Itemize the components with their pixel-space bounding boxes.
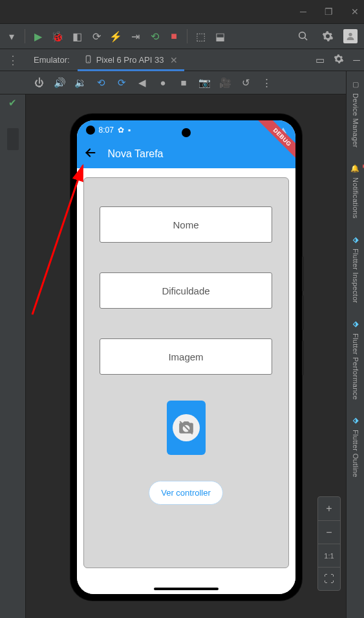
coverage-icon[interactable]: ◧ xyxy=(68,27,86,45)
front-camera xyxy=(182,128,191,137)
difficulty-hint: Dificuldade xyxy=(162,285,209,296)
device-icon[interactable]: ⬚ xyxy=(191,27,209,45)
reset-icon[interactable]: ↺ xyxy=(238,75,253,91)
back-nav-icon[interactable]: ◀ xyxy=(134,75,150,91)
status-square-icon: ▪ xyxy=(128,126,131,135)
svg-point-1 xyxy=(348,33,352,36)
flutter-icon: ⬗ xyxy=(350,234,361,245)
rotate-left-icon[interactable]: ⟲ xyxy=(93,75,109,91)
zoom-in-button[interactable]: + xyxy=(318,497,340,520)
window-close-icon[interactable]: ✕ xyxy=(351,6,359,17)
name-field[interactable]: Nome xyxy=(100,206,272,243)
panel-flutter-performance[interactable]: ⬗ Flutter Performance xyxy=(350,311,361,408)
attach-icon[interactable]: ⇥ xyxy=(126,27,144,45)
zoom-fit-button[interactable]: ⛶ xyxy=(318,567,340,590)
status-gear-icon: ✿ xyxy=(118,126,124,135)
sync-icon[interactable]: ⬓ xyxy=(211,27,229,45)
status-ok-icon: ✔ xyxy=(8,97,17,109)
window-minimize-icon[interactable]: ─ xyxy=(300,6,306,17)
phone-icon xyxy=(84,55,92,65)
phone-frame: 8:07 ✿ ▪ DEBUG Nova Tarefa Nome xyxy=(70,114,302,601)
back-button[interactable] xyxy=(83,146,98,163)
record-icon[interactable]: 🎥 xyxy=(217,75,233,91)
no-photo-icon xyxy=(178,419,195,436)
svg-point-0 xyxy=(299,32,306,39)
panel-flutter-inspector[interactable]: ⬗ Flutter Inspector xyxy=(350,226,361,311)
zoom-controls: + − 1:1 ⛶ xyxy=(317,496,341,591)
name-hint: Nome xyxy=(173,219,198,230)
bell-icon: 🔔 xyxy=(350,163,361,173)
emulator-controls: ⏻ 🔊 🔉 ⟲ ⟳ ◀ ● ■ 📷 🎥 ↺ ⋮ xyxy=(0,71,364,94)
home-nav-icon[interactable]: ● xyxy=(155,75,171,91)
phone-screen: 8:07 ✿ ▪ DEBUG Nova Tarefa Nome xyxy=(77,120,295,594)
ide-toolbar: ▾ ▶ 🐞 ◧ ⟳ ⚡ ⇥ ⟲ ■ ⬚ ⬓ xyxy=(0,23,364,49)
volume-down-icon[interactable]: 🔉 xyxy=(72,75,88,91)
minimize-panel-icon[interactable]: ─ xyxy=(353,54,360,65)
form-card: Nome Dificuldade Imagem xyxy=(83,177,289,568)
flutter-icon: ⬗ xyxy=(350,415,361,426)
tab-settings-icon[interactable] xyxy=(334,54,344,66)
more-icon[interactable]: ⋮ xyxy=(259,75,274,91)
run-icon[interactable]: ▶ xyxy=(29,27,47,45)
volume-up-icon[interactable]: 🔊 xyxy=(52,75,67,91)
device-manager-icon: ▢ xyxy=(350,79,361,89)
settings-icon[interactable] xyxy=(319,27,337,45)
appbar-title: Nova Tarefa xyxy=(108,148,164,160)
tab-device[interactable]: Pixel 6 Pro API 33 ✕ xyxy=(78,49,185,71)
image-hint: Imagem xyxy=(168,351,203,362)
app-bar: Nova Tarefa xyxy=(77,140,295,168)
emulator-viewport: 8:07 ✿ ▪ DEBUG Nova Tarefa Nome xyxy=(26,94,346,618)
gesture-bar[interactable] xyxy=(154,588,219,590)
search-icon[interactable] xyxy=(294,27,312,45)
profile-icon[interactable]: ⟳ xyxy=(87,27,105,45)
left-gutter: ✔ xyxy=(0,94,26,618)
window-maximize-icon[interactable]: ❐ xyxy=(325,6,333,17)
image-field[interactable]: Imagem xyxy=(100,338,272,375)
screenshot-icon[interactable]: 📷 xyxy=(197,75,212,91)
dropdown-toggle-icon[interactable]: ▾ xyxy=(3,27,21,45)
panel-flutter-outline[interactable]: ⬗ Flutter Outline xyxy=(350,408,361,485)
overview-nav-icon[interactable]: ■ xyxy=(176,75,191,91)
flutter-icon: ⬗ xyxy=(350,319,361,329)
power-icon[interactable]: ⏻ xyxy=(31,75,47,91)
zoom-ratio-button[interactable]: 1:1 xyxy=(318,544,340,567)
rotate-right-icon[interactable]: ⟳ xyxy=(114,75,129,91)
drag-handle-icon[interactable]: ⋮ xyxy=(0,53,26,67)
difficulty-field[interactable]: Dificuldade xyxy=(100,272,272,309)
panel-device-manager[interactable]: ▢ Device Manager xyxy=(350,71,361,155)
debug-icon[interactable]: 🐞 xyxy=(48,27,67,45)
window-mode-icon[interactable]: ▭ xyxy=(316,54,325,66)
right-sidebar: ▢ Device Manager 🔔 Notifications ⬗ Flutt… xyxy=(346,71,364,618)
hot-reload-icon[interactable]: ⚡ xyxy=(107,27,125,45)
image-preview xyxy=(167,401,206,455)
tab-device-label: Pixel 6 Pro API 33 xyxy=(96,55,164,65)
close-tab-icon[interactable]: ✕ xyxy=(170,55,178,65)
account-avatar-icon[interactable] xyxy=(343,29,358,43)
stop-icon[interactable]: ■ xyxy=(165,27,183,45)
status-time: 8:07 xyxy=(99,126,114,135)
hot-restart-icon[interactable]: ⟲ xyxy=(145,27,164,45)
emulator-tab-row: ⋮ Emulator: Pixel 6 Pro API 33 ✕ ▭ ─ xyxy=(0,49,364,71)
minimap-stub xyxy=(7,128,19,150)
emulator-label: Emulator: xyxy=(26,55,78,65)
zoom-out-button[interactable]: − xyxy=(318,520,340,544)
ver-controller-button[interactable]: Ver controller xyxy=(149,481,223,505)
panel-notifications[interactable]: 🔔 Notifications xyxy=(350,155,361,226)
